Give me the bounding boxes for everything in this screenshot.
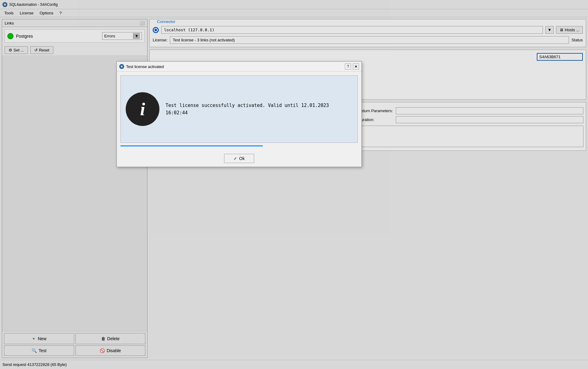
- dialog-message-text: Test license successfully activated. Val…: [166, 102, 342, 116]
- dialog-footer: ✓ Ok: [117, 150, 361, 167]
- ok-button[interactable]: ✓ Ok: [224, 154, 254, 163]
- info-icon: i: [126, 92, 159, 126]
- dialog-title-bar: Test license activated ? ×: [117, 62, 361, 72]
- modal-overlay: [0, 0, 588, 369]
- dialog-close-button[interactable]: ×: [353, 63, 359, 70]
- dialog-progress-bar: [120, 145, 263, 146]
- checkmark-icon: ✓: [234, 156, 237, 161]
- dialog-title-text: Test license activated: [126, 64, 343, 69]
- dialog: Test license activated ? × i Test licens…: [116, 61, 362, 167]
- dialog-app-icon: [119, 64, 124, 69]
- dialog-help-button[interactable]: ?: [345, 63, 351, 70]
- dialog-content: i Test license successfully activated. V…: [117, 72, 361, 150]
- dialog-message-area: i Test license successfully activated. V…: [120, 75, 358, 143]
